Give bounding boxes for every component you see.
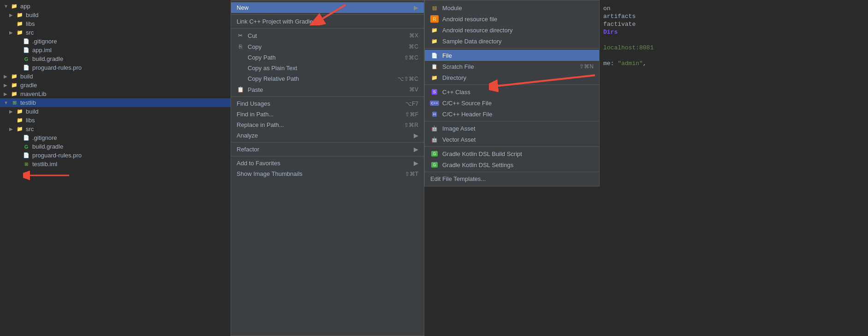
- menu-label-analyze: Analyze: [237, 132, 258, 139]
- submenu-item-gradle-kotlin-settings[interactable]: G Gradle Kotlin DSL Settings: [425, 159, 599, 170]
- folder-icon: 📁: [16, 108, 24, 115]
- tree-item-app-gitignore[interactable]: 📄 .gitignore: [0, 37, 231, 46]
- android-icon: 🤖: [430, 136, 439, 143]
- tree-label-app-proguard: proguard-rules.pro: [32, 64, 82, 71]
- paste-shortcut: ⌘V: [409, 86, 418, 93]
- menu-item-find-usages[interactable]: Find Usages ⌥F7: [231, 98, 424, 109]
- menu-item-refactor[interactable]: Refactor ▶: [231, 144, 424, 155]
- folder-icon: 📁: [16, 126, 24, 132]
- tree-item-app-gradle[interactable]: G build.gradle: [0, 54, 231, 63]
- tree-item-testlib[interactable]: ▼ ⊞ testlib: [0, 98, 231, 107]
- menu-item-link-cpp[interactable]: Link C++ Project with Gradle: [231, 16, 424, 27]
- menu-item-add-favorites[interactable]: Add to Favorites ▶: [231, 158, 424, 168]
- tree-item-app-iml[interactable]: 📄 app.iml: [0, 46, 231, 54]
- menu-label-copy-plain: Copy as Plain Text: [248, 65, 297, 72]
- menu-label-new: New: [237, 4, 249, 11]
- find-usages-shortcut: ⌥F7: [405, 101, 418, 107]
- folder-icon: 📁: [10, 3, 18, 10]
- file-icon: 📄: [22, 65, 30, 71]
- tree-item-app-build[interactable]: ▶ 📁 build: [0, 11, 231, 19]
- folder-icon: 📁: [10, 82, 18, 89]
- menu-item-find-in-path[interactable]: Find in Path... ⇧⌘F: [231, 109, 424, 120]
- menu-label-add-favorites: Add to Favorites: [237, 160, 280, 167]
- tree-item-testlib-gradle[interactable]: G build.gradle: [0, 142, 231, 151]
- submenu-item-cpp-header[interactable]: H C/C++ Header File: [425, 108, 599, 120]
- scratch-icon: 📋: [430, 63, 439, 70]
- separator: [425, 172, 599, 172]
- submenu-item-file[interactable]: 📄 File: [425, 50, 599, 61]
- submenu-arrow-icon: ▶: [414, 132, 418, 139]
- menu-label-link-cpp: Link C++ Project with Gradle: [237, 18, 313, 25]
- tree-item-mavenlib[interactable]: ▶ 📁 mavenLib: [0, 90, 231, 98]
- code-line: [600, 36, 868, 44]
- tree-item-build[interactable]: ▶ 📁 build: [0, 72, 231, 81]
- tree-item-testlib-libs[interactable]: 📁 libs: [0, 116, 231, 125]
- tree-item-app-proguard[interactable]: 📄 proguard-rules.pro: [0, 63, 231, 72]
- submenu-label-cpp-source: C/C++ Source File: [442, 100, 492, 107]
- no-arrow: [16, 162, 22, 167]
- tree-label-testlib-gitignore: .gitignore: [32, 134, 57, 141]
- folder-icon: 📁: [16, 30, 24, 36]
- tree-item-app-libs[interactable]: 📁 libs: [0, 19, 231, 28]
- tree-item-testlib-gitignore[interactable]: 📄 .gitignore: [0, 133, 231, 142]
- menu-item-analyze[interactable]: Analyze ▶: [231, 130, 424, 141]
- tree-label-app-iml: app.iml: [32, 47, 52, 54]
- submenu-item-image-asset[interactable]: 🤖 Image Asset: [425, 123, 599, 134]
- submenu-label-android-resource-dir: Android resource directory: [442, 27, 512, 34]
- submenu-label-android-resource-file: Android resource file: [442, 16, 497, 23]
- tree-item-app-src[interactable]: ▶ 📁 src: [0, 28, 231, 37]
- tree-item-testlib-iml[interactable]: ⊞ testlib.iml: [0, 160, 231, 168]
- scissors-icon: ✂: [237, 32, 244, 39]
- code-line: artifacts: [600, 12, 868, 20]
- submenu-item-module[interactable]: ▤ Module: [425, 2, 599, 13]
- scratch-shortcut: ⇧⌘N: [579, 63, 594, 70]
- menu-item-new[interactable]: New ▶: [231, 2, 424, 13]
- submenu-item-android-resource-file[interactable]: R Android resource file: [425, 13, 599, 24]
- separator: [425, 84, 599, 85]
- separator: [231, 28, 424, 29]
- tree-label-testlib-src: src: [26, 126, 34, 132]
- submenu-item-edit-templates[interactable]: Edit File Templates...: [425, 174, 599, 184]
- menu-item-copy-path[interactable]: Copy Path ⇧⌘C: [231, 52, 424, 63]
- submenu-item-vector-asset[interactable]: 🤖 Vector Asset: [425, 134, 599, 145]
- file-icon: 📄: [22, 47, 30, 54]
- submenu-item-gradle-kotlin-build[interactable]: G Gradle Kotlin DSL Build Script: [425, 148, 599, 159]
- tree-item-testlib-src[interactable]: ▶ 📁 src: [0, 125, 231, 133]
- menu-item-show-image[interactable]: Show Image Thumbnails ⇧⌘T: [231, 168, 424, 179]
- menu-item-replace-in-path[interactable]: Replace in Path... ⇧⌘R: [231, 120, 424, 130]
- copy-path-shortcut: ⇧⌘C: [404, 54, 418, 61]
- menu-item-copy-plain[interactable]: Copy as Plain Text: [231, 63, 424, 73]
- submenu-item-android-resource-dir[interactable]: 📁 Android resource directory: [425, 24, 599, 36]
- submenu-item-sample-data-dir[interactable]: 📁 Sample Data directory: [425, 36, 599, 47]
- tree-item-testlib-proguard[interactable]: 📄 proguard-rules.pro: [0, 151, 231, 160]
- arrow-right-icon: ▶: [9, 126, 16, 132]
- replace-shortcut: ⇧⌘R: [404, 122, 418, 128]
- menu-item-paste[interactable]: 📋 Paste ⌘V: [231, 84, 424, 95]
- menu-label-cut: Cut: [248, 32, 257, 39]
- g-icon: G: [430, 161, 439, 168]
- submenu-item-cpp-source[interactable]: C++ C/C++ Source File: [425, 97, 599, 108]
- cpp-icon: C++: [430, 99, 439, 107]
- tree-item-testlib-build[interactable]: ▶ 📁 build: [0, 107, 231, 116]
- menu-item-copy[interactable]: ⎘ Copy ⌘C: [231, 41, 424, 52]
- submenu-item-cpp-class[interactable]: S C++ Class: [425, 86, 599, 97]
- separator: [425, 121, 599, 121]
- menu-item-cut[interactable]: ✂ Cut ⌘X: [231, 30, 424, 41]
- submenu-item-directory[interactable]: 📁 Directory: [425, 72, 599, 83]
- context-menu: New ▶ Link C++ Project with Gradle ✂ Cut…: [231, 0, 424, 336]
- tree-label-build: build: [20, 73, 33, 80]
- submenu-item-scratch-file[interactable]: 📋 Scratch File ⇧⌘N: [425, 61, 599, 72]
- arrow-right-icon: ▶: [9, 12, 16, 18]
- tree-label-testlib-libs: libs: [26, 117, 35, 124]
- arrow-right-icon: ▶: [4, 83, 10, 88]
- separator: [231, 14, 424, 15]
- no-arrow: [9, 118, 16, 123]
- submenu-label-vector-asset: Vector Asset: [442, 136, 476, 143]
- tree-item-gradle[interactable]: ▶ 📁 gradle: [0, 81, 231, 90]
- copy-shortcut: ⌘C: [409, 43, 418, 50]
- arrow-right-icon: ▶: [4, 91, 10, 96]
- menu-item-copy-relative[interactable]: Copy Relative Path ⌥⇧⌘C: [231, 73, 424, 84]
- android-res-icon: R: [430, 15, 439, 23]
- arrow-down-icon: ▼: [4, 4, 10, 9]
- tree-item-app[interactable]: ▼ 📁 app: [0, 2, 231, 11]
